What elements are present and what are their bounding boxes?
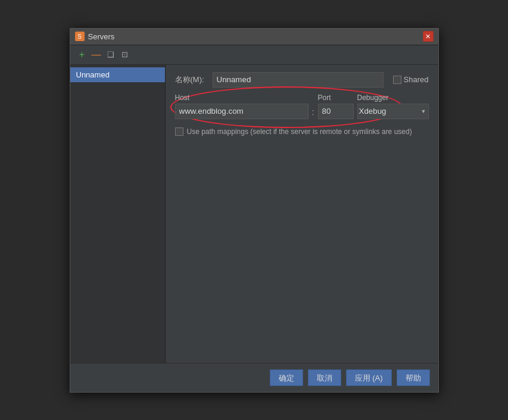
- shared-label: Shared: [404, 75, 429, 84]
- copy-server-button[interactable]: ❑: [105, 49, 117, 61]
- name-label: 名称(M):: [175, 74, 208, 85]
- help-button[interactable]: 帮助: [397, 369, 430, 386]
- cancel-button[interactable]: 取消: [308, 369, 341, 386]
- port-input[interactable]: [318, 104, 354, 119]
- edit-server-button[interactable]: ⊡: [119, 49, 131, 61]
- name-input[interactable]: [213, 72, 384, 88]
- debugger-column: Debugger Xdebug Zend Debugger: [357, 94, 429, 119]
- path-mappings-label: Use path mappings (select if the server …: [187, 127, 412, 136]
- path-mappings-row: Use path mappings (select if the server …: [175, 127, 429, 136]
- debugger-select[interactable]: Xdebug Zend Debugger: [357, 104, 429, 119]
- server-list: Unnamed: [70, 65, 166, 363]
- close-button[interactable]: ✕: [423, 31, 434, 42]
- remove-server-button[interactable]: —: [91, 49, 102, 61]
- button-bar: 确定 取消 应用 (A) 帮助: [70, 363, 438, 392]
- settings-panel: 名称(M): Shared Host :: [166, 65, 438, 363]
- host-area-wrapper: Host : Port Debugger Xdebug: [175, 94, 429, 119]
- title-bar-text: Servers: [88, 32, 419, 41]
- servers-dialog: S Servers ✕ + — ❑ ⊡ Unnamed 名称(M):: [70, 28, 439, 393]
- host-input[interactable]: [175, 104, 308, 119]
- colon-separator: :: [312, 95, 314, 117]
- debugger-label: Debugger: [357, 94, 429, 102]
- name-row: 名称(M): Shared: [175, 72, 429, 88]
- shared-container: Shared: [393, 75, 429, 84]
- add-server-button[interactable]: +: [76, 49, 88, 61]
- port-label: Port: [318, 94, 354, 102]
- port-column: Port: [318, 94, 354, 119]
- toolbar: + — ❑ ⊡: [70, 45, 438, 65]
- debugger-select-wrapper: Xdebug Zend Debugger: [357, 104, 429, 119]
- server-item[interactable]: Unnamed: [70, 67, 165, 82]
- apply-button[interactable]: 应用 (A): [346, 369, 392, 386]
- host-port-debugger-row: Host : Port Debugger Xdebug: [175, 94, 429, 119]
- title-bar: S Servers ✕: [70, 29, 438, 45]
- shared-checkbox[interactable]: [393, 76, 401, 84]
- dialog-body: + — ❑ ⊡ Unnamed 名称(M): Shared: [70, 45, 438, 392]
- app-icon: S: [75, 32, 85, 41]
- ok-button[interactable]: 确定: [270, 369, 303, 386]
- host-column: Host: [175, 94, 308, 119]
- host-label: Host: [175, 94, 308, 102]
- path-mappings-checkbox[interactable]: [175, 127, 183, 136]
- content-area: Unnamed 名称(M): Shared: [70, 65, 438, 363]
